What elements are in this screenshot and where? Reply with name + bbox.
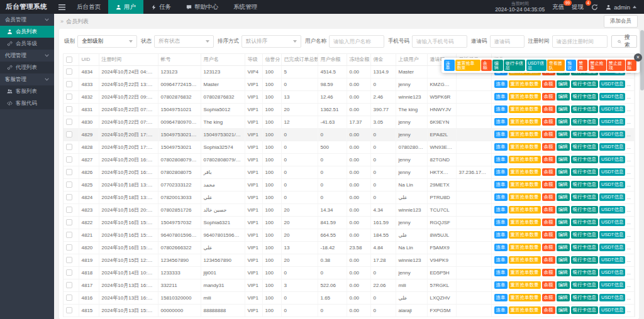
- row-more-button[interactable]: ...: [626, 245, 631, 251]
- action-button-USDT信息[interactable]: USDT信息: [599, 193, 625, 202]
- action-button-重置抢单数量[interactable]: 重置抢单数量: [509, 105, 541, 114]
- action-button-重置抢单数量[interactable]: 重置抢单数量: [509, 143, 541, 151]
- row-more-button[interactable]: ...: [626, 182, 631, 188]
- row-checkbox[interactable]: [66, 106, 72, 112]
- sidebar-item-客服列表[interactable]: 客服列表: [0, 85, 54, 97]
- regtime-input[interactable]: [552, 35, 608, 48]
- level-select[interactable]: 全部级别: [77, 35, 137, 48]
- action-button-查看团队[interactable]: 查看团队: [547, 60, 565, 71]
- row-more-button[interactable]: ...: [626, 157, 631, 163]
- action-button-余额[interactable]: 余额: [542, 181, 555, 189]
- invite-code-input[interactable]: [490, 35, 525, 48]
- nav-item-4[interactable]: 系统管理: [226, 0, 265, 14]
- row-checkbox[interactable]: [66, 94, 72, 100]
- select-all-checkbox[interactable]: [66, 57, 72, 63]
- action-button-连单[interactable]: 连单: [494, 193, 508, 202]
- action-button-连单[interactable]: 连单: [494, 281, 508, 289]
- row-checkbox[interactable]: [66, 169, 72, 175]
- row-checkbox[interactable]: [66, 219, 72, 225]
- nav-item-1[interactable]: 用户: [108, 0, 143, 14]
- action-button-USDT信息[interactable]: USDT信息: [599, 256, 625, 264]
- action-button-编辑[interactable]: 编辑: [557, 181, 570, 189]
- action-button-银行卡信息[interactable]: 银行卡信息: [571, 143, 599, 151]
- close-icon[interactable]: ×: [634, 53, 642, 62]
- nav-item-0[interactable]: 后台首页: [69, 0, 108, 14]
- action-button-银行卡信息[interactable]: 银行卡信息: [571, 181, 599, 189]
- action-button-重置抢单数量[interactable]: 重置抢单数量: [455, 60, 480, 71]
- action-button-银行卡信息[interactable]: 银行卡信息: [571, 219, 599, 227]
- action-button-连单[interactable]: 连单: [494, 219, 508, 227]
- action-button-余额[interactable]: 余额: [542, 143, 555, 151]
- phone-input[interactable]: [412, 35, 467, 48]
- sidebar-item-会员列表[interactable]: 会员列表: [0, 26, 54, 38]
- action-button-余额[interactable]: 余额: [542, 193, 555, 202]
- action-button-连单[interactable]: 连单: [494, 131, 508, 139]
- row-more-button[interactable]: ...: [626, 82, 631, 87]
- action-button-编辑[interactable]: 编辑: [557, 281, 570, 289]
- row-checkbox[interactable]: [66, 156, 72, 163]
- action-button-编辑[interactable]: 编辑: [557, 269, 570, 277]
- action-button-USDT信息[interactable]: USDT信息: [526, 60, 547, 71]
- action-button-USDT信息[interactable]: USDT信息: [599, 168, 625, 176]
- action-button-USDT信息[interactable]: USDT信息: [599, 143, 625, 151]
- row-checkbox[interactable]: [66, 194, 72, 200]
- row-more-button[interactable]: ...: [626, 257, 631, 263]
- action-button-USDT信息[interactable]: USDT信息: [599, 219, 625, 227]
- action-button-重置抢单数量[interactable]: 重置抢单数量: [509, 131, 541, 139]
- action-button-银行卡信息[interactable]: 银行卡信息: [571, 294, 599, 302]
- action-button-连单[interactable]: 连单: [494, 244, 508, 252]
- action-button-连单[interactable]: 连单: [494, 206, 508, 214]
- action-button-重置抢单数量[interactable]: 重置抢单数量: [509, 219, 541, 227]
- action-button-余额[interactable]: 余额: [542, 206, 555, 214]
- action-button-重置抢单数量[interactable]: 重置抢单数量: [509, 231, 541, 239]
- add-member-button[interactable]: 添加会员: [604, 15, 638, 28]
- action-button-余额[interactable]: 余额: [542, 306, 555, 315]
- action-button-USDT信息[interactable]: USDT信息: [599, 231, 625, 239]
- action-button-银行卡信息[interactable]: 银行卡信息: [571, 256, 599, 264]
- action-button-银行卡信息[interactable]: 银行卡信息: [571, 231, 599, 239]
- row-checkbox[interactable]: [66, 144, 72, 150]
- action-button-编辑[interactable]: 编辑: [557, 256, 570, 264]
- admin-menu[interactable]: admin: [606, 4, 636, 11]
- sidebar-item-会员等级[interactable]: 会员等级: [0, 38, 54, 50]
- action-button-USDT信息[interactable]: USDT信息: [599, 93, 625, 101]
- action-button-禁止抢单[interactable]: 禁止抢单: [589, 60, 606, 71]
- action-button-删除[interactable]: 删除: [626, 60, 636, 71]
- row-checkbox[interactable]: [66, 244, 72, 251]
- action-button-预设[interactable]: 预设: [566, 60, 577, 71]
- status-select[interactable]: 所有状态: [154, 35, 214, 48]
- action-button-编辑[interactable]: 编辑: [557, 168, 570, 176]
- action-button-银行卡信息[interactable]: 银行卡信息: [571, 306, 599, 315]
- recharge-link[interactable]: 充值 99: [552, 3, 564, 11]
- action-button-编辑[interactable]: 编辑: [557, 231, 570, 239]
- action-button-USDT信息[interactable]: USDT信息: [599, 156, 625, 164]
- action-button-连单[interactable]: 连单: [494, 269, 508, 277]
- row-checkbox[interactable]: [66, 307, 72, 313]
- action-button-重置抢单数量[interactable]: 重置抢单数量: [509, 244, 541, 252]
- action-button-连单[interactable]: 连单: [494, 93, 508, 101]
- row-more-button[interactable]: ...: [626, 119, 631, 125]
- action-button-银行卡信息[interactable]: 银行卡信息: [571, 281, 599, 289]
- row-checkbox[interactable]: [66, 232, 72, 238]
- search-button[interactable]: 搜索: [611, 35, 638, 48]
- row-more-button[interactable]: ...: [626, 295, 631, 301]
- action-button-编辑[interactable]: 编辑: [557, 244, 570, 252]
- action-button-连单[interactable]: 连单: [494, 168, 508, 176]
- action-button-重置抢单数量[interactable]: 重置抢单数量: [509, 118, 541, 126]
- action-button-连单[interactable]: 连单: [494, 156, 508, 164]
- action-button-USDT信息[interactable]: USDT信息: [599, 118, 625, 126]
- action-button-连单[interactable]: 连单: [494, 256, 508, 264]
- action-button-USDT信息[interactable]: USDT信息: [599, 206, 625, 214]
- action-button-编辑[interactable]: 编辑: [557, 118, 570, 126]
- action-button-USDT信息[interactable]: USDT信息: [599, 306, 625, 315]
- action-button-余额[interactable]: 余额: [542, 168, 555, 176]
- action-button-余额[interactable]: 余额: [542, 244, 555, 252]
- action-button-银行卡信息[interactable]: 银行卡信息: [571, 105, 599, 114]
- action-button-银行卡信息[interactable]: 银行卡信息: [571, 244, 599, 252]
- action-button-余额[interactable]: 余额: [542, 93, 555, 101]
- action-button-编辑[interactable]: 编辑: [557, 219, 570, 227]
- action-button-重置抢单数量[interactable]: 重置抢单数量: [509, 181, 541, 189]
- row-checkbox[interactable]: [66, 68, 72, 75]
- action-button-银行卡信息[interactable]: 银行卡信息: [571, 80, 599, 89]
- row-more-button[interactable]: ...: [626, 207, 631, 213]
